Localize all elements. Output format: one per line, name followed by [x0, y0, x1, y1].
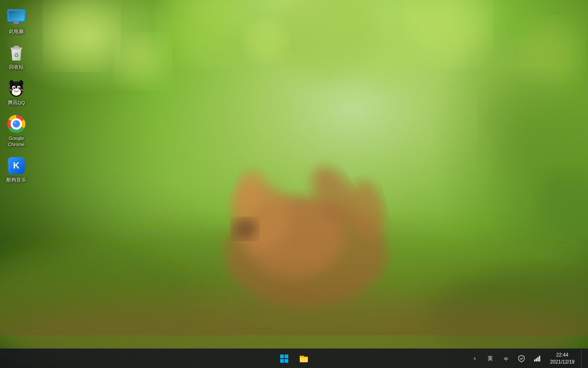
- desktop: 此电脑 ♻ 回收站: [0, 0, 588, 368]
- svg-text:♻: ♻: [14, 52, 19, 58]
- svg-point-37: [19, 87, 20, 88]
- svg-rect-53: [537, 357, 539, 361]
- recycle-bin-icon: ♻: [7, 43, 26, 63]
- bokeh-layer: [0, 0, 588, 368]
- svg-point-6: [539, 172, 588, 237]
- desktop-icon-qq[interactable]: 腾讯QQ: [1, 75, 32, 109]
- ime-icon: 中: [502, 355, 510, 362]
- svg-point-8: [245, 20, 286, 61]
- desktop-icon-kuwo-label: 酷狗音乐: [7, 177, 26, 183]
- taskbar: ∧ 英 中: [0, 348, 588, 368]
- svg-rect-46: [280, 355, 284, 358]
- svg-point-18: [344, 177, 391, 240]
- shield-icon: [518, 355, 525, 362]
- clock-date: 2021/12/19: [550, 359, 575, 366]
- file-explorer-button[interactable]: [295, 350, 313, 368]
- svg-point-2: [278, 0, 376, 82]
- svg-point-1: [163, 0, 245, 61]
- svg-rect-23: [14, 22, 19, 24]
- svg-point-7: [118, 37, 167, 86]
- svg-point-36: [14, 87, 15, 88]
- svg-rect-51: [534, 359, 535, 361]
- desktop-icon-recycle-bin-label: 回收站: [9, 64, 24, 70]
- windows-logo-icon: [280, 355, 288, 363]
- desktop-icon-recycle-bin[interactable]: ♻ 回收站: [1, 40, 32, 74]
- network-tray-icon[interactable]: [530, 350, 543, 368]
- svg-point-38: [9, 89, 13, 91]
- chevron-up-icon: ∧: [473, 356, 476, 361]
- wallpaper-overlay: [0, 0, 588, 368]
- language-indicator[interactable]: 英: [484, 350, 497, 368]
- svg-text:K: K: [13, 160, 20, 171]
- svg-point-39: [20, 89, 23, 91]
- network-icon: [534, 355, 540, 362]
- svg-text:中: 中: [503, 357, 508, 361]
- svg-point-3: [412, 0, 486, 61]
- svg-point-14: [225, 200, 388, 307]
- desktop-icons: 此电脑 ♻ 回收站: [0, 0, 33, 188]
- svg-point-10: [0, 229, 588, 368]
- start-button[interactable]: [275, 350, 293, 368]
- svg-point-9: [359, 33, 416, 90]
- chrome-icon: [7, 114, 26, 134]
- desktop-icon-chrome-label: Google Chrome: [3, 135, 29, 148]
- show-desktop-button[interactable]: [581, 350, 583, 368]
- svg-rect-52: [536, 358, 537, 361]
- desktop-icon-chrome[interactable]: Google Chrome: [1, 111, 32, 151]
- monitor-icon: [7, 7, 26, 27]
- svg-point-42: [13, 120, 20, 128]
- ime-indicator[interactable]: 中: [499, 350, 512, 368]
- svg-point-43: [14, 121, 16, 124]
- svg-point-5: [486, 78, 576, 168]
- folder-icon: [299, 355, 308, 363]
- svg-point-16: [233, 184, 290, 249]
- security-tray-icon[interactable]: [515, 350, 528, 368]
- svg-rect-24: [11, 24, 21, 25]
- svg-rect-48: [280, 359, 284, 363]
- clock-time: 22:44: [556, 352, 568, 359]
- desktop-icon-this-pc-label: 此电脑: [9, 29, 24, 35]
- svg-point-17: [303, 159, 367, 234]
- svg-rect-49: [285, 359, 288, 363]
- language-label: 英: [486, 355, 494, 362]
- svg-rect-47: [285, 355, 288, 358]
- qq-icon: [7, 79, 26, 98]
- desktop-icon-qq-label: 腾讯QQ: [8, 100, 25, 106]
- clock[interactable]: 22:44 2021/12/19: [546, 350, 579, 368]
- taskbar-center: [275, 350, 313, 368]
- desktop-icon-this-pc[interactable]: 此电脑: [1, 4, 32, 38]
- kuwo-icon: K: [7, 156, 26, 175]
- taskbar-right: ∧ 英 中: [468, 349, 588, 368]
- svg-point-20: [233, 219, 257, 239]
- svg-point-31: [12, 88, 21, 96]
- svg-rect-54: [539, 356, 540, 361]
- svg-point-19: [228, 166, 270, 218]
- svg-point-4: [523, 20, 580, 78]
- svg-point-0: [49, 0, 114, 65]
- svg-rect-22: [9, 11, 24, 20]
- svg-rect-26: [14, 46, 19, 48]
- desktop-icon-kuwo[interactable]: K 酷狗音乐: [1, 153, 32, 186]
- svg-point-15: [245, 196, 343, 278]
- tray-overflow-button[interactable]: ∧: [468, 350, 481, 368]
